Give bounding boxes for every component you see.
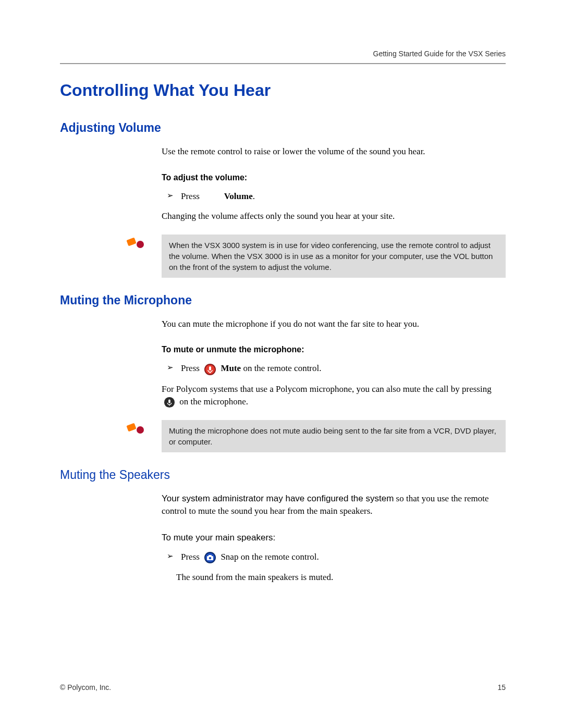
subhead-adjust-volume: To adjust the volume: (162, 173, 506, 182)
header-rule (60, 63, 506, 64)
text-press: Press (181, 552, 200, 562)
para-speakers-result: The sound from the main speakers is mute… (176, 571, 506, 584)
footer-copyright: © Polycom, Inc. (60, 683, 111, 692)
note-icon-cell (60, 420, 162, 435)
mute-button-icon (204, 363, 216, 376)
pushpin-icon (127, 238, 145, 249)
bullet-content: Press Snap on the remote control. (181, 550, 319, 564)
subhead-mute-speakers: To mute your main speakers: (162, 533, 506, 543)
bullet-content: Press Mute on the remote control. (181, 362, 322, 375)
svg-rect-2 (209, 366, 211, 371)
pushpin-icon (127, 423, 145, 435)
arrow-icon: ➢ (167, 190, 174, 202)
para-intro-speakers: Your system administrator may have confi… (162, 492, 506, 518)
arrow-icon: ➢ (167, 550, 174, 562)
note-row-mic: Muting the microphone does not mute audi… (60, 420, 506, 452)
text-mute-rest: on the remote control. (241, 363, 321, 373)
header-guide-title: Getting Started Guide for the VSX Series (60, 50, 506, 58)
page: Getting Started Guide for the VSX Series… (0, 0, 563, 627)
bullet-mute-speakers: ➢ Press Snap on the remote control. (167, 550, 506, 564)
section-body-muting-mic: You can mute the microphone if you do no… (162, 318, 506, 409)
note-icon-cell (60, 235, 162, 249)
text-mute: Mute (221, 363, 241, 373)
footer-page-number: 15 (497, 683, 506, 692)
footer: © Polycom, Inc. 15 (60, 683, 506, 692)
bullet-content: Press Volume. (181, 190, 255, 203)
text-para2b: on the microphone. (179, 397, 248, 406)
svg-point-11 (209, 557, 212, 560)
svg-rect-10 (209, 555, 212, 557)
para-intro-volume: Use the remote control to raise or lower… (162, 145, 506, 158)
note-row-volume: When the VSX 3000 system is in use for v… (60, 235, 506, 278)
section-title-adjusting-volume: Adjusting Volume (60, 121, 506, 135)
note-box-mic: Muting the microphone does not mute audi… (162, 420, 506, 452)
section-title-muting-speakers: Muting the Speakers (60, 468, 506, 482)
section-body-muting-speakers: Your system administrator may have confi… (162, 492, 506, 584)
section-body-adjusting-volume: Use the remote control to raise or lower… (162, 145, 506, 223)
arrow-icon: ➢ (167, 362, 174, 374)
text-para2a: For Polycom systems that use a Polycom m… (162, 384, 492, 394)
bullet-mute-mic: ➢ Press Mute on the remote control. (167, 362, 506, 375)
text-press: Press (181, 191, 200, 201)
page-title: Controlling What You Hear (60, 81, 506, 100)
subhead-mute-mic: To mute or unmute the microphone: (162, 345, 506, 354)
text-press: Press (181, 363, 200, 373)
note-box-volume: When the VSX 3000 system is in use for v… (162, 235, 506, 278)
text-period: . (253, 191, 255, 201)
text-volume: Volume (224, 191, 253, 201)
para-intro-mic: You can mute the microphone if you do no… (162, 318, 506, 331)
svg-rect-5 (168, 400, 170, 403)
text-snap: Snap on the remote control. (221, 552, 319, 562)
text-intro-a: Your system administrator may have confi… (162, 493, 394, 503)
section-title-muting-mic: Muting the Microphone (60, 293, 506, 307)
para-mic-polycom: For Polycom systems that use a Polycom m… (162, 383, 506, 409)
bullet-adjust-volume: ➢ Press Volume. (167, 190, 506, 203)
mic-mute-icon (164, 397, 175, 408)
snap-button-icon (204, 551, 216, 564)
para-after-volume: Changing the volume affects only the sou… (162, 210, 506, 223)
